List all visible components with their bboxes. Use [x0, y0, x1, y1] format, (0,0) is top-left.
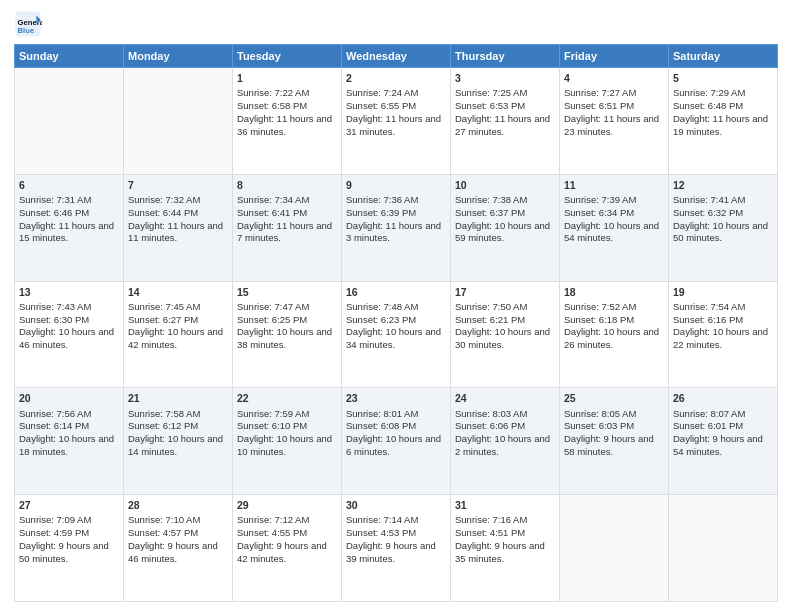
daylight-text: Daylight: 9 hours and 50 minutes. [19, 540, 119, 566]
week-row-3: 13Sunrise: 7:43 AMSunset: 6:30 PMDayligh… [15, 281, 778, 388]
sunrise-text: Sunrise: 7:12 AM [237, 514, 337, 527]
calendar-cell: 15Sunrise: 7:47 AMSunset: 6:25 PMDayligh… [233, 281, 342, 388]
calendar-cell: 28Sunrise: 7:10 AMSunset: 4:57 PMDayligh… [124, 495, 233, 602]
sunrise-text: Sunrise: 7:56 AM [19, 408, 119, 421]
sunset-text: Sunset: 6:10 PM [237, 420, 337, 433]
calendar-cell: 29Sunrise: 7:12 AMSunset: 4:55 PMDayligh… [233, 495, 342, 602]
sunset-text: Sunset: 6:14 PM [19, 420, 119, 433]
calendar-cell: 14Sunrise: 7:45 AMSunset: 6:27 PMDayligh… [124, 281, 233, 388]
calendar-cell: 23Sunrise: 8:01 AMSunset: 6:08 PMDayligh… [342, 388, 451, 495]
sunset-text: Sunset: 6:34 PM [564, 207, 664, 220]
sunrise-text: Sunrise: 7:09 AM [19, 514, 119, 527]
calendar-cell: 4Sunrise: 7:27 AMSunset: 6:51 PMDaylight… [560, 68, 669, 175]
sunrise-text: Sunrise: 7:25 AM [455, 87, 555, 100]
cell-content: 2Sunrise: 7:24 AMSunset: 6:55 PMDaylight… [346, 71, 446, 138]
sunrise-text: Sunrise: 7:22 AM [237, 87, 337, 100]
cell-content: 19Sunrise: 7:54 AMSunset: 6:16 PMDayligh… [673, 285, 773, 352]
logo-icon: General Blue [14, 10, 42, 38]
day-number: 14 [128, 285, 228, 299]
cell-content: 4Sunrise: 7:27 AMSunset: 6:51 PMDaylight… [564, 71, 664, 138]
calendar-cell: 1Sunrise: 7:22 AMSunset: 6:58 PMDaylight… [233, 68, 342, 175]
sunset-text: Sunset: 6:18 PM [564, 314, 664, 327]
sunrise-text: Sunrise: 7:50 AM [455, 301, 555, 314]
calendar-cell: 21Sunrise: 7:58 AMSunset: 6:12 PMDayligh… [124, 388, 233, 495]
daylight-text: Daylight: 10 hours and 54 minutes. [564, 220, 664, 246]
sunrise-text: Sunrise: 7:59 AM [237, 408, 337, 421]
cell-content: 16Sunrise: 7:48 AMSunset: 6:23 PMDayligh… [346, 285, 446, 352]
daylight-text: Daylight: 9 hours and 46 minutes. [128, 540, 228, 566]
calendar-cell: 12Sunrise: 7:41 AMSunset: 6:32 PMDayligh… [669, 174, 778, 281]
daylight-text: Daylight: 11 hours and 3 minutes. [346, 220, 446, 246]
svg-text:Blue: Blue [18, 26, 35, 35]
cell-content: 24Sunrise: 8:03 AMSunset: 6:06 PMDayligh… [455, 391, 555, 458]
calendar-cell: 31Sunrise: 7:16 AMSunset: 4:51 PMDayligh… [451, 495, 560, 602]
daylight-text: Daylight: 11 hours and 11 minutes. [128, 220, 228, 246]
daylight-text: Daylight: 10 hours and 2 minutes. [455, 433, 555, 459]
daylight-text: Daylight: 9 hours and 54 minutes. [673, 433, 773, 459]
day-number: 10 [455, 178, 555, 192]
sunrise-text: Sunrise: 7:10 AM [128, 514, 228, 527]
sunset-text: Sunset: 6:48 PM [673, 100, 773, 113]
weekday-header-tuesday: Tuesday [233, 45, 342, 68]
weekday-header-wednesday: Wednesday [342, 45, 451, 68]
day-number: 1 [237, 71, 337, 85]
day-number: 7 [128, 178, 228, 192]
day-number: 4 [564, 71, 664, 85]
calendar-cell [15, 68, 124, 175]
sunset-text: Sunset: 6:32 PM [673, 207, 773, 220]
day-number: 18 [564, 285, 664, 299]
sunrise-text: Sunrise: 7:45 AM [128, 301, 228, 314]
daylight-text: Daylight: 11 hours and 23 minutes. [564, 113, 664, 139]
week-row-2: 6Sunrise: 7:31 AMSunset: 6:46 PMDaylight… [15, 174, 778, 281]
weekday-header-monday: Monday [124, 45, 233, 68]
daylight-text: Daylight: 10 hours and 22 minutes. [673, 326, 773, 352]
cell-content: 3Sunrise: 7:25 AMSunset: 6:53 PMDaylight… [455, 71, 555, 138]
sunset-text: Sunset: 4:55 PM [237, 527, 337, 540]
daylight-text: Daylight: 10 hours and 18 minutes. [19, 433, 119, 459]
weekday-header-row: SundayMondayTuesdayWednesdayThursdayFrid… [15, 45, 778, 68]
cell-content: 30Sunrise: 7:14 AMSunset: 4:53 PMDayligh… [346, 498, 446, 565]
calendar-cell: 11Sunrise: 7:39 AMSunset: 6:34 PMDayligh… [560, 174, 669, 281]
sunset-text: Sunset: 6:41 PM [237, 207, 337, 220]
cell-content: 22Sunrise: 7:59 AMSunset: 6:10 PMDayligh… [237, 391, 337, 458]
cell-content: 20Sunrise: 7:56 AMSunset: 6:14 PMDayligh… [19, 391, 119, 458]
daylight-text: Daylight: 10 hours and 30 minutes. [455, 326, 555, 352]
calendar-cell: 9Sunrise: 7:36 AMSunset: 6:39 PMDaylight… [342, 174, 451, 281]
day-number: 26 [673, 391, 773, 405]
calendar-cell: 30Sunrise: 7:14 AMSunset: 4:53 PMDayligh… [342, 495, 451, 602]
sunset-text: Sunset: 6:08 PM [346, 420, 446, 433]
sunrise-text: Sunrise: 7:39 AM [564, 194, 664, 207]
calendar-cell [669, 495, 778, 602]
calendar-cell: 16Sunrise: 7:48 AMSunset: 6:23 PMDayligh… [342, 281, 451, 388]
calendar-cell: 26Sunrise: 8:07 AMSunset: 6:01 PMDayligh… [669, 388, 778, 495]
sunrise-text: Sunrise: 7:47 AM [237, 301, 337, 314]
daylight-text: Daylight: 10 hours and 26 minutes. [564, 326, 664, 352]
cell-content: 13Sunrise: 7:43 AMSunset: 6:30 PMDayligh… [19, 285, 119, 352]
sunrise-text: Sunrise: 7:52 AM [564, 301, 664, 314]
sunrise-text: Sunrise: 7:36 AM [346, 194, 446, 207]
sunrise-text: Sunrise: 7:32 AM [128, 194, 228, 207]
day-number: 29 [237, 498, 337, 512]
daylight-text: Daylight: 9 hours and 42 minutes. [237, 540, 337, 566]
sunset-text: Sunset: 6:44 PM [128, 207, 228, 220]
sunset-text: Sunset: 6:27 PM [128, 314, 228, 327]
day-number: 5 [673, 71, 773, 85]
day-number: 16 [346, 285, 446, 299]
daylight-text: Daylight: 11 hours and 7 minutes. [237, 220, 337, 246]
sunset-text: Sunset: 6:25 PM [237, 314, 337, 327]
sunrise-text: Sunrise: 7:16 AM [455, 514, 555, 527]
calendar-cell: 8Sunrise: 7:34 AMSunset: 6:41 PMDaylight… [233, 174, 342, 281]
daylight-text: Daylight: 10 hours and 42 minutes. [128, 326, 228, 352]
header: General Blue [14, 10, 778, 38]
daylight-text: Daylight: 9 hours and 39 minutes. [346, 540, 446, 566]
cell-content: 25Sunrise: 8:05 AMSunset: 6:03 PMDayligh… [564, 391, 664, 458]
cell-content: 7Sunrise: 7:32 AMSunset: 6:44 PMDaylight… [128, 178, 228, 245]
day-number: 20 [19, 391, 119, 405]
cell-content: 11Sunrise: 7:39 AMSunset: 6:34 PMDayligh… [564, 178, 664, 245]
daylight-text: Daylight: 10 hours and 14 minutes. [128, 433, 228, 459]
day-number: 3 [455, 71, 555, 85]
calendar-cell: 3Sunrise: 7:25 AMSunset: 6:53 PMDaylight… [451, 68, 560, 175]
cell-content: 9Sunrise: 7:36 AMSunset: 6:39 PMDaylight… [346, 178, 446, 245]
day-number: 17 [455, 285, 555, 299]
sunrise-text: Sunrise: 8:01 AM [346, 408, 446, 421]
